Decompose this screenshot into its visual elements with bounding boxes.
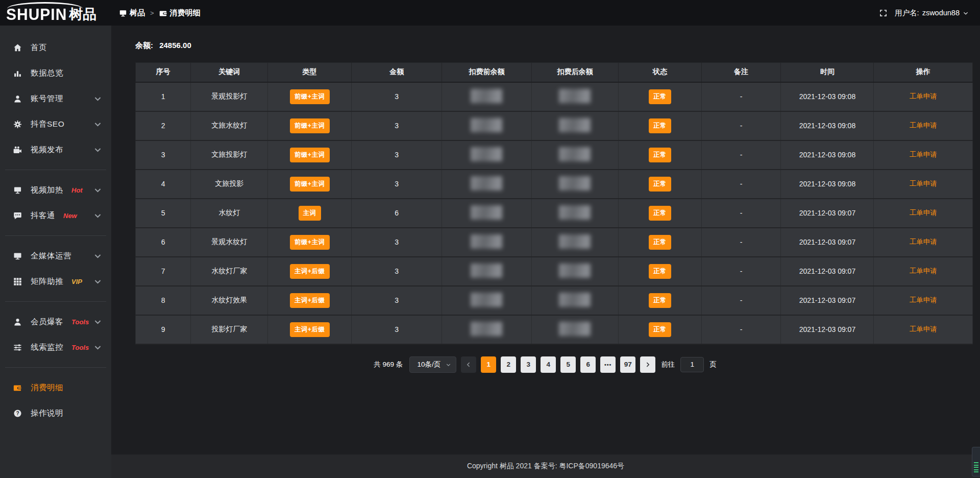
status-badge: 正常 bbox=[649, 118, 671, 133]
sidebar-item-全媒体运营[interactable]: 全媒体运营 bbox=[0, 243, 111, 269]
sidebar-item-label: 矩阵助推 bbox=[31, 276, 63, 287]
sidebar-item-label: 首页 bbox=[31, 42, 47, 53]
amount-cell: 3 bbox=[352, 228, 442, 257]
redacted-value bbox=[471, 118, 502, 132]
sidebar-divider bbox=[5, 301, 106, 302]
sidebar-item-label: 数据总览 bbox=[31, 68, 63, 79]
ticket-apply-link[interactable]: 工单申请 bbox=[910, 267, 937, 275]
ticket-apply-link[interactable]: 工单申请 bbox=[910, 92, 937, 100]
sidebar-item-操作说明[interactable]: ?操作说明 bbox=[0, 400, 111, 426]
page-ellipsis-button[interactable]: ••• bbox=[600, 356, 616, 373]
sidebar-item-账号管理[interactable]: 账号管理 bbox=[0, 86, 111, 111]
type-cell: 主词 bbox=[268, 199, 352, 228]
sidebar-item-label: 操作说明 bbox=[31, 408, 63, 419]
floating-widget[interactable] bbox=[972, 447, 980, 476]
time-cell: 2021-12-03 09:08 bbox=[781, 170, 874, 199]
status-badge: 正常 bbox=[649, 322, 671, 337]
sidebar-item-数据总览[interactable]: 数据总览 bbox=[0, 60, 111, 86]
balance: 余额: 24856.00 bbox=[135, 41, 980, 51]
breadcrumb-item-home[interactable]: 树品 bbox=[119, 8, 145, 18]
remark-cell: - bbox=[701, 199, 781, 228]
next-page-button[interactable] bbox=[640, 356, 655, 373]
balance-after-cell bbox=[531, 82, 619, 111]
column-header: 时间 bbox=[781, 63, 874, 82]
layout: 首页数据总览账号管理抖音SEO视频发布视频加热Hot抖客通New全媒体运营矩阵助… bbox=[0, 26, 980, 478]
ticket-apply-link[interactable]: 工单申请 bbox=[910, 296, 937, 304]
page-button-3[interactable]: 3 bbox=[521, 356, 536, 373]
type-badge: 主词+后缀 bbox=[290, 293, 330, 308]
redacted-value bbox=[471, 234, 502, 249]
sidebar-item-矩阵助推[interactable]: 矩阵助推VIP bbox=[0, 269, 111, 294]
sidebar-item-消费明细[interactable]: 消费明细 bbox=[0, 375, 111, 400]
sidebar-item-badge: Hot bbox=[71, 186, 83, 194]
sidebar-item-视频加热[interactable]: 视频加热Hot bbox=[0, 177, 111, 203]
ticket-apply-link[interactable]: 工单申请 bbox=[910, 151, 937, 158]
sidebar-item-label: 会员爆客 bbox=[31, 317, 63, 327]
chat-icon bbox=[13, 211, 22, 220]
column-header: 操作 bbox=[874, 63, 973, 82]
chart-icon bbox=[13, 69, 22, 78]
ticket-apply-link[interactable]: 工单申请 bbox=[910, 180, 937, 187]
sidebar-item-label: 抖客通 bbox=[31, 210, 55, 221]
main-content: 余额: 24856.00 序号关键词类型金额扣费前余额扣费后余额状态备注时间操作… bbox=[111, 26, 980, 478]
video-icon bbox=[13, 146, 22, 154]
page-button-5[interactable]: 5 bbox=[560, 356, 576, 373]
balance-before-cell bbox=[442, 286, 531, 315]
logo-text-en: SHUPIN bbox=[6, 3, 67, 26]
sidebar-item-会员爆客[interactable]: 会员爆客Tools bbox=[0, 309, 111, 334]
balance-after-cell bbox=[531, 228, 619, 257]
page-size-select[interactable]: 10条/页 bbox=[409, 356, 456, 373]
user-menu[interactable]: 用户名: zswodun88 bbox=[895, 8, 969, 18]
table-row: 8水纹灯效果主词+后缀3正常-2021-12-03 09:07工单申请 bbox=[136, 286, 973, 315]
sidebar-item-label: 视频发布 bbox=[31, 145, 63, 155]
fullscreen-button[interactable] bbox=[879, 9, 888, 17]
sidebar-item-label: 消费明细 bbox=[31, 383, 63, 393]
table-row: 4文旅投影前缀+主词3正常-2021-12-03 09:08工单申请 bbox=[136, 170, 973, 199]
keyword-cell: 文旅水纹灯 bbox=[191, 111, 268, 140]
column-header: 扣费后余额 bbox=[531, 63, 619, 82]
sidebar-item-线索监控[interactable]: 线索监控Tools bbox=[0, 334, 111, 360]
ticket-apply-link[interactable]: 工单申请 bbox=[910, 325, 937, 333]
type-cell: 前缀+主词 bbox=[268, 228, 352, 257]
page-button-97[interactable]: 97 bbox=[620, 356, 635, 373]
user-icon bbox=[13, 94, 22, 103]
ticket-apply-link[interactable]: 工单申请 bbox=[910, 238, 937, 246]
keyword-cell: 水纹灯厂家 bbox=[191, 257, 268, 286]
status-cell: 正常 bbox=[619, 140, 701, 170]
column-header: 备注 bbox=[701, 63, 781, 82]
status-cell: 正常 bbox=[619, 199, 701, 228]
status-cell: 正常 bbox=[619, 257, 701, 286]
prev-page-button[interactable] bbox=[461, 356, 476, 373]
keyword-cell: 水纹灯 bbox=[191, 199, 268, 228]
redacted-value bbox=[471, 147, 502, 161]
sidebar-item-首页[interactable]: 首页 bbox=[0, 35, 111, 60]
screen-icon bbox=[13, 186, 22, 195]
page-button-2[interactable]: 2 bbox=[501, 356, 516, 373]
status-badge: 正常 bbox=[649, 89, 671, 104]
page-button-6[interactable]: 6 bbox=[580, 356, 596, 373]
ticket-apply-link[interactable]: 工单申请 bbox=[910, 122, 937, 129]
balance-after-cell bbox=[531, 199, 619, 228]
breadcrumb-item-current[interactable]: 消费明细 bbox=[159, 8, 201, 18]
type-cell: 前缀+主词 bbox=[268, 140, 352, 170]
redacted-value bbox=[559, 176, 591, 190]
goto-page-input[interactable] bbox=[680, 357, 704, 372]
sidebar-item-badge: New bbox=[63, 212, 77, 220]
username-label: 用户名: bbox=[895, 8, 919, 18]
keyword-cell: 投影灯厂家 bbox=[191, 315, 268, 344]
seq-cell: 6 bbox=[136, 228, 191, 257]
page-button-1[interactable]: 1 bbox=[481, 356, 496, 373]
ticket-apply-link[interactable]: 工单申请 bbox=[910, 209, 937, 217]
status-badge: 正常 bbox=[649, 264, 671, 279]
chevron-down-icon bbox=[93, 211, 102, 220]
remark-cell: - bbox=[701, 140, 781, 170]
pagination: 共 969 条 10条/页 123456•••97 前往 页 bbox=[111, 356, 980, 373]
amount-cell: 3 bbox=[352, 170, 442, 199]
time-cell: 2021-12-03 09:07 bbox=[781, 257, 874, 286]
sidebar-item-抖音SEO[interactable]: 抖音SEO bbox=[0, 111, 111, 137]
sidebar-item-抖客通[interactable]: 抖客通New bbox=[0, 203, 111, 228]
logo[interactable]: SHUPIN 树品 bbox=[0, 0, 111, 26]
sidebar-item-视频发布[interactable]: 视频发布 bbox=[0, 137, 111, 162]
page-button-4[interactable]: 4 bbox=[541, 356, 556, 373]
breadcrumb-label: 消费明细 bbox=[170, 8, 201, 18]
